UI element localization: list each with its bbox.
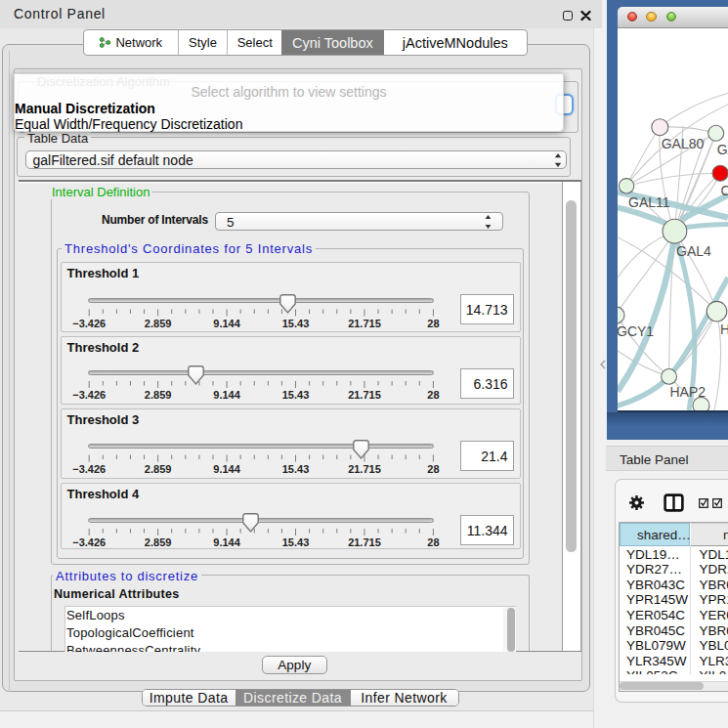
svg-text:C: C (721, 182, 728, 197)
svg-text:GAL11: GAL11 (628, 193, 670, 209)
svg-text:HAP2: HAP2 (670, 383, 707, 399)
svg-text:GA: GA (717, 142, 728, 157)
svg-text:GCY1: GCY1 (618, 323, 654, 339)
svg-text:H: H (720, 321, 728, 336)
svg-text:GAL80: GAL80 (662, 136, 705, 151)
svg-text:GAL4: GAL4 (676, 243, 711, 259)
